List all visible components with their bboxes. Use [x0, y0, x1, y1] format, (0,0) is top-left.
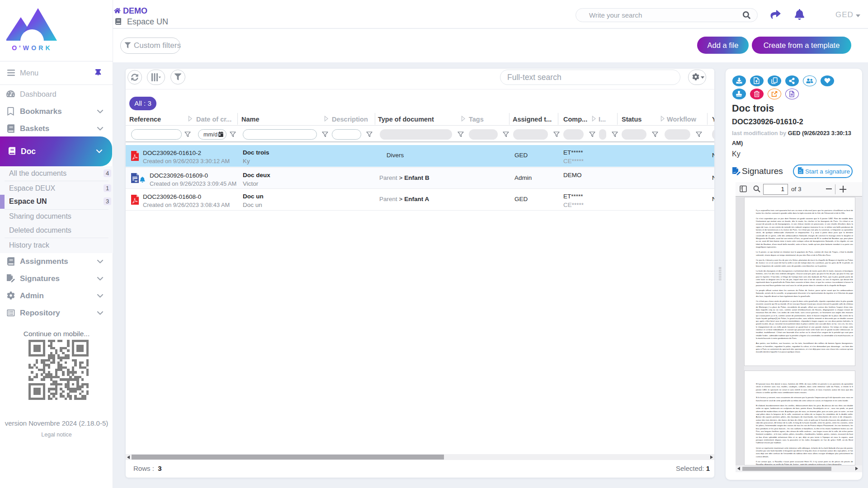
svg-text:w: w	[134, 179, 137, 183]
svg-text:O'WORK: O'WORK	[12, 44, 52, 52]
